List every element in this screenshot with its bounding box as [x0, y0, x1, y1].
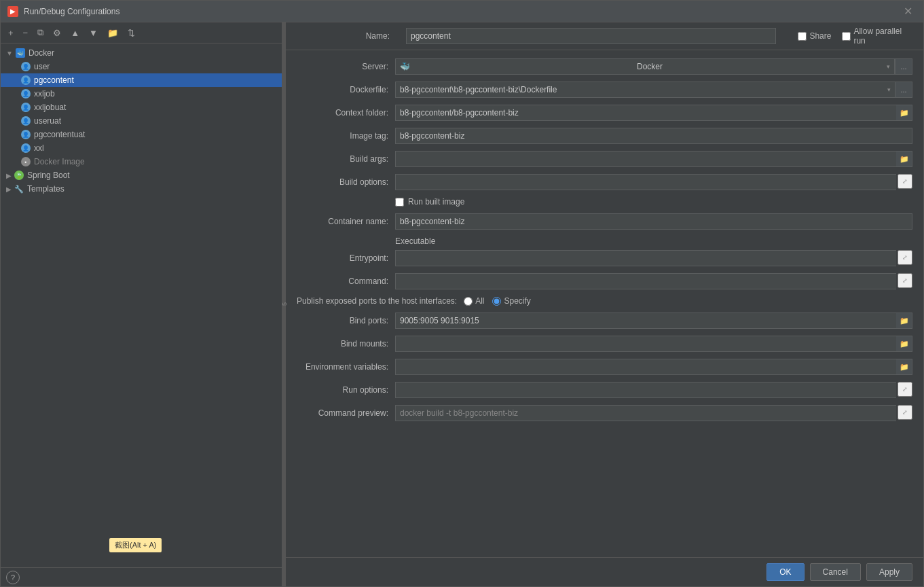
- pgccontentuat-icon: 👤: [21, 130, 31, 139]
- dockerfile-row: Dockerfile: b8-pgccontent\b8-pgccontent-…: [297, 82, 912, 98]
- apply-button[interactable]: Apply: [866, 563, 912, 581]
- command-label: Command:: [297, 277, 395, 286]
- radio-specify-label: Specify: [504, 296, 530, 306]
- bind-ports-input[interactable]: [395, 313, 896, 329]
- run-options-label: Run options:: [297, 385, 395, 395]
- bind-mounts-row: Bind mounts: 📁: [297, 336, 912, 352]
- allow-parallel-label: Allow parallel run: [853, 26, 912, 46]
- sort-button[interactable]: ⇅: [124, 26, 138, 40]
- env-vars-input[interactable]: [395, 359, 896, 375]
- close-button[interactable]: ✕: [900, 3, 917, 19]
- build-args-browse-button[interactable]: 📁: [896, 151, 912, 167]
- allow-parallel-option: Allow parallel run: [842, 26, 912, 46]
- move-down-button[interactable]: ▼: [86, 26, 101, 40]
- cancel-button[interactable]: Cancel: [810, 563, 861, 581]
- env-vars-browse-button[interactable]: 📁: [896, 359, 912, 375]
- ok-button[interactable]: OK: [766, 563, 804, 581]
- context-folder-label: Context folder:: [297, 108, 395, 118]
- command-field: ⤢: [395, 273, 912, 289]
- expand-docker-icon: ▼: [6, 50, 13, 57]
- server-value: Docker: [637, 62, 663, 71]
- xxljob-icon: 👤: [21, 89, 31, 99]
- tree-group-templates[interactable]: ▶ 🔧 Templates: [1, 182, 282, 196]
- bind-mounts-input[interactable]: [395, 336, 896, 352]
- bind-ports-browse-button[interactable]: 📁: [896, 313, 912, 329]
- context-folder-browse-button[interactable]: 📁: [896, 105, 912, 121]
- settings-button[interactable]: ⚙: [50, 26, 64, 40]
- copy-config-button[interactable]: ⧉: [34, 25, 47, 40]
- container-name-label: Container name:: [297, 217, 395, 226]
- left-bottom-toolbar: ?: [1, 567, 282, 586]
- tree-item-label: Docker Image: [34, 157, 85, 166]
- run-debug-dialog: ▶ Run/Debug Configurations ✕ + − ⧉ ⚙ ▲ ▼…: [0, 0, 924, 587]
- dockerfile-label: Dockerfile:: [297, 85, 395, 94]
- container-name-input[interactable]: [395, 213, 912, 230]
- context-folder-row: Context folder: 📁: [297, 105, 912, 121]
- server-settings-button[interactable]: ...: [895, 58, 912, 75]
- run-options-expand-button[interactable]: ⤢: [898, 382, 912, 397]
- remove-config-button[interactable]: −: [20, 26, 32, 40]
- config-tree: ▼ 🐳 Docker 👤 user 👤 pgccontent 👤 xxljob: [1, 43, 282, 567]
- image-tag-label: Image tag:: [297, 131, 395, 141]
- help-button[interactable]: ?: [6, 571, 20, 584]
- tree-item-docker-image[interactable]: ▪ Docker Image: [1, 155, 282, 168]
- build-args-input[interactable]: [395, 151, 896, 167]
- entrypoint-expand-button[interactable]: ⤢: [898, 250, 912, 265]
- docker-label: Docker: [29, 48, 54, 58]
- tree-item-pgccontentuat[interactable]: 👤 pgccontentuat: [1, 128, 282, 141]
- context-folder-field: 📁: [395, 105, 912, 121]
- spring-icon: 🍃: [14, 171, 24, 180]
- image-tag-input[interactable]: [395, 128, 912, 144]
- folder-button[interactable]: 📁: [104, 26, 122, 40]
- radio-all-option[interactable]: All: [464, 296, 484, 306]
- run-built-image-checkbox[interactable]: [395, 198, 404, 207]
- tree-group-docker[interactable]: ▼ 🐳 Docker: [1, 46, 282, 60]
- move-up-button[interactable]: ▲: [67, 26, 83, 40]
- wrench-icon: 🔧: [14, 184, 24, 194]
- docker-image-icon: ▪: [21, 157, 31, 166]
- allow-parallel-checkbox[interactable]: [842, 32, 851, 41]
- add-config-button[interactable]: +: [5, 26, 17, 40]
- dockerfile-browse-button[interactable]: ...: [895, 82, 912, 98]
- tree-item-xxl[interactable]: 👤 xxl: [1, 141, 282, 155]
- context-folder-input[interactable]: [395, 105, 896, 121]
- entrypoint-field: ⤢: [395, 250, 912, 266]
- tree-item-useruat[interactable]: 👤 useruat: [1, 114, 282, 128]
- share-label: Share: [809, 31, 831, 41]
- radio-specify-option[interactable]: Specify: [492, 296, 530, 306]
- entrypoint-row: Entrypoint: ⤢: [297, 250, 912, 266]
- bind-mounts-browse-button[interactable]: 📁: [896, 336, 912, 352]
- dockerfile-dropdown[interactable]: b8-pgccontent\b8-pgccontent-biz\Dockerfi…: [395, 82, 895, 98]
- share-checkbox[interactable]: [798, 32, 807, 41]
- image-tag-row: Image tag:: [297, 128, 912, 144]
- useruat-icon: 👤: [21, 116, 31, 126]
- tree-item-xxljob[interactable]: 👤 xxljob: [1, 87, 282, 101]
- name-input[interactable]: [406, 28, 776, 44]
- build-options-input[interactable]: [395, 174, 896, 190]
- radio-specify-input[interactable]: [492, 297, 501, 306]
- entrypoint-input[interactable]: [395, 250, 896, 266]
- run-options-input[interactable]: [395, 382, 896, 398]
- tree-item-xxljobuat[interactable]: 👤 xxljobuat: [1, 101, 282, 114]
- tree-item-user[interactable]: 👤 user: [1, 60, 282, 73]
- command-preview-field: ⤢: [395, 405, 912, 421]
- tree-item-label: pgccontent: [34, 75, 74, 85]
- radio-all-input[interactable]: [464, 297, 473, 306]
- command-expand-button[interactable]: ⤢: [898, 273, 912, 288]
- run-options-field: ⤢: [395, 382, 912, 398]
- command-preview-expand-button[interactable]: ⤢: [898, 405, 912, 420]
- tree-item-pgccontent[interactable]: 👤 pgccontent: [1, 73, 282, 87]
- tree-group-spring-boot[interactable]: ▶ 🍃 Spring Boot: [1, 168, 282, 182]
- build-options-row: Build options: ⤢: [297, 174, 912, 190]
- bind-mounts-label: Bind mounts:: [297, 339, 395, 349]
- app-icon: ▶: [7, 6, 18, 17]
- publish-ports-label: Publish exposed ports to the host interf…: [297, 296, 464, 306]
- entrypoint-label: Entrypoint:: [297, 253, 395, 263]
- server-dropdown[interactable]: 🐳 Docker ▾: [395, 58, 895, 75]
- env-vars-field: 📁: [395, 359, 912, 375]
- server-label: Server:: [297, 62, 395, 71]
- command-input[interactable]: [395, 273, 896, 289]
- bind-ports-row: Bind ports: 📁: [297, 313, 912, 329]
- form-scroll-area: Server: 🐳 Docker ▾ ...: [286, 50, 923, 557]
- build-options-expand-button[interactable]: ⤢: [898, 174, 912, 189]
